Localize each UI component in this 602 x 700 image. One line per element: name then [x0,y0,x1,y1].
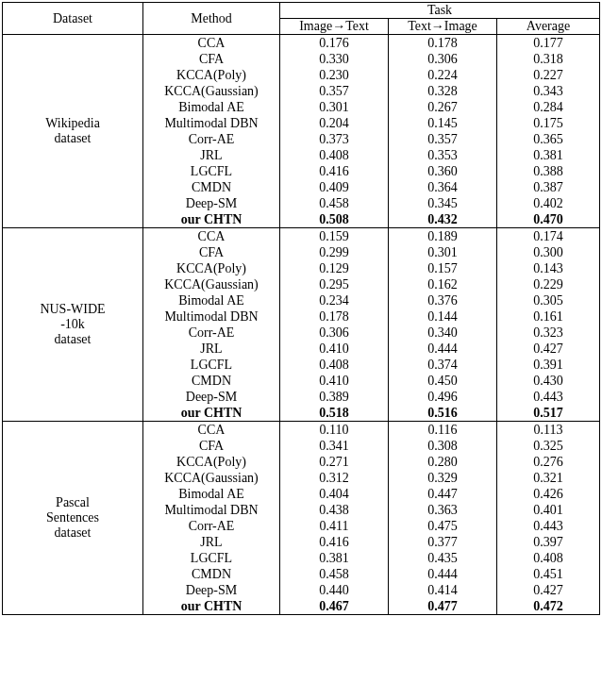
value-cell: 0.508 [280,211,389,228]
value-cell: 0.517 [497,405,600,422]
value-cell: 0.435 [389,550,497,566]
value-cell: 0.411 [280,518,389,534]
value-cell: 0.516 [389,405,497,422]
value-cell: 0.444 [389,566,497,582]
method-cell: Multimodal DBN [143,308,280,325]
value-cell: 0.410 [280,341,389,357]
value-cell: 0.451 [497,566,600,582]
value-cell: 0.376 [389,292,497,308]
value-cell: 0.430 [497,373,600,389]
method-cell: Deep-SM [143,582,280,598]
value-cell: 0.343 [497,83,600,99]
value-cell: 0.365 [497,131,600,147]
value-cell: 0.397 [497,534,600,550]
value-cell: 0.230 [280,67,389,83]
value-cell: 0.444 [389,341,497,357]
method-cell: Deep-SM [143,389,280,405]
value-cell: 0.427 [497,582,600,598]
value-cell: 0.387 [497,179,600,195]
value-cell: 0.414 [389,582,497,598]
value-cell: 0.301 [389,244,497,260]
method-cell: LGCFL [143,550,280,566]
value-cell: 0.409 [280,179,389,195]
method-cell: CFA [143,51,280,67]
value-cell: 0.416 [280,163,389,179]
method-cell: Corr-AE [143,131,280,147]
method-cell: LGCFL [143,357,280,373]
method-cell: CMDN [143,373,280,389]
method-cell: CMDN [143,566,280,582]
method-cell: JRL [143,534,280,550]
method-cell: Corr-AE [143,325,280,341]
method-cell: our CHTN [143,598,280,615]
method-cell: Corr-AE [143,518,280,534]
method-cell: KCCA(Gaussian) [143,276,280,292]
results-table: Dataset Method Task Image→Text Text→Imag… [2,2,600,615]
value-cell: 0.178 [389,35,497,52]
value-cell: 0.227 [497,67,600,83]
value-cell: 0.276 [497,454,600,470]
dataset-cell: Wikipediadataset [3,35,143,228]
method-cell: KCCA(Gaussian) [143,83,280,99]
value-cell: 0.345 [389,195,497,211]
value-cell: 0.408 [280,147,389,163]
value-cell: 0.321 [497,470,600,486]
value-cell: 0.300 [497,244,600,260]
table-body: WikipediadatasetCCA0.1760.1780.177CFA0.3… [3,35,600,615]
value-cell: 0.341 [280,438,389,454]
method-cell: JRL [143,147,280,163]
value-cell: 0.373 [280,131,389,147]
value-cell: 0.432 [389,211,497,228]
dataset-label: -10k [60,317,85,332]
value-cell: 0.328 [389,83,497,99]
value-cell: 0.143 [497,260,600,276]
header-img2txt: Image→Text [280,19,389,35]
table-row: WikipediadatasetCCA0.1760.1780.177 [3,35,600,52]
value-cell: 0.267 [389,99,497,115]
method-cell: CCA [143,422,280,439]
value-cell: 0.401 [497,502,600,518]
method-cell: Multimodal DBN [143,115,280,131]
value-cell: 0.113 [497,422,600,439]
value-cell: 0.306 [280,325,389,341]
value-cell: 0.388 [497,163,600,179]
value-cell: 0.402 [497,195,600,211]
value-cell: 0.280 [389,454,497,470]
value-cell: 0.161 [497,308,600,325]
header-average: Average [497,19,600,35]
header-dataset: Dataset [3,3,143,35]
value-cell: 0.284 [497,99,600,115]
value-cell: 0.306 [389,51,497,67]
value-cell: 0.312 [280,470,389,486]
value-cell: 0.353 [389,147,497,163]
method-cell: Deep-SM [143,195,280,211]
value-cell: 0.374 [389,357,497,373]
dataset-label: NUS-WIDE [40,302,105,317]
value-cell: 0.426 [497,486,600,502]
value-cell: 0.224 [389,67,497,83]
value-cell: 0.472 [497,598,600,615]
value-cell: 0.162 [389,276,497,292]
value-cell: 0.308 [389,438,497,454]
method-cell: Bimodal AE [143,99,280,115]
value-cell: 0.295 [280,276,389,292]
method-cell: CFA [143,438,280,454]
value-cell: 0.175 [497,115,600,131]
method-cell: KCCA(Poly) [143,454,280,470]
value-cell: 0.360 [389,163,497,179]
method-cell: KCCA(Gaussian) [143,470,280,486]
dataset-label: Pascal [56,495,90,510]
value-cell: 0.189 [389,228,497,245]
value-cell: 0.299 [280,244,389,260]
value-cell: 0.330 [280,51,389,67]
value-cell: 0.467 [280,598,389,615]
value-cell: 0.144 [389,308,497,325]
value-cell: 0.475 [389,518,497,534]
value-cell: 0.364 [389,179,497,195]
method-cell: KCCA(Poly) [143,260,280,276]
method-cell: LGCFL [143,163,280,179]
value-cell: 0.204 [280,115,389,131]
dataset-label: Wikipedia [45,116,100,131]
value-cell: 0.174 [497,228,600,245]
method-cell: Bimodal AE [143,486,280,502]
